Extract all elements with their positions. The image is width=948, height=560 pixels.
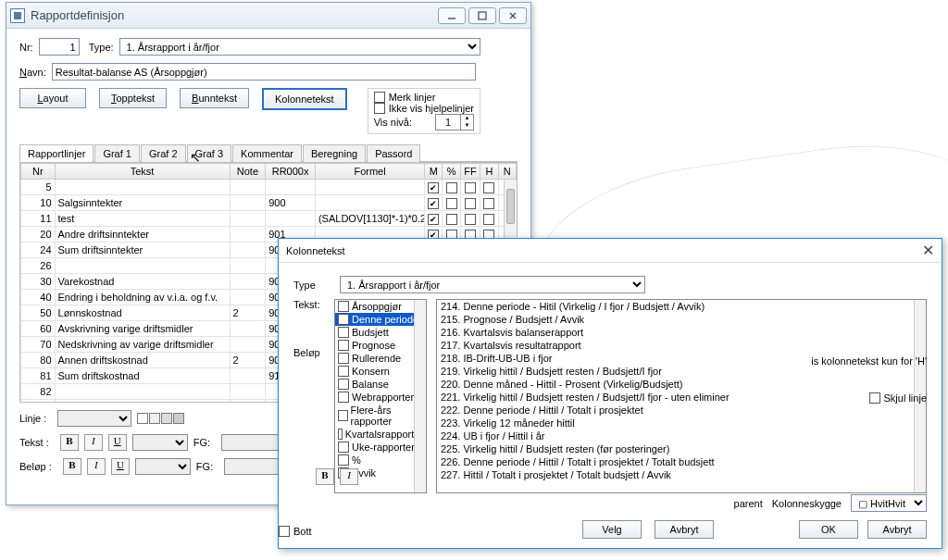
- close-button[interactable]: [499, 7, 527, 24]
- linje-palette[interactable]: [137, 413, 184, 424]
- navn-input[interactable]: [52, 63, 476, 81]
- tab-graf3[interactable]: Graf 3: [187, 144, 232, 162]
- list-item[interactable]: 226. Denne periode / Hittil / Totalt i p…: [437, 455, 926, 468]
- list-item[interactable]: 217. Kvartalsvis resultatrapport: [437, 339, 926, 352]
- cell-p-checkbox[interactable]: [446, 214, 457, 225]
- nr-input[interactable]: [39, 38, 80, 56]
- col-%[interactable]: %: [443, 164, 460, 180]
- tekst-size[interactable]: [132, 434, 188, 451]
- merk-linjer-checkbox[interactable]: [374, 92, 385, 103]
- tab-passord[interactable]: Passord: [367, 144, 420, 162]
- dlg-type-select[interactable]: 1. Årsrapport i år/fjor: [340, 276, 645, 293]
- list-checkbox[interactable]: [338, 340, 349, 351]
- avbryt-button[interactable]: Avbryt: [867, 520, 927, 539]
- kolonnetekst-button[interactable]: Kolonnetekst: [262, 88, 347, 110]
- cell-m-checkbox[interactable]: [428, 182, 439, 193]
- velg-button[interactable]: Velg: [582, 520, 642, 539]
- underline-button-3[interactable]: U: [111, 458, 130, 475]
- skjul-checkbox[interactable]: [869, 392, 880, 404]
- list-item[interactable]: Denne periode: [335, 313, 426, 326]
- cell-h-checkbox[interactable]: [483, 214, 494, 225]
- tab-rapportlinjer[interactable]: Rapportlinjer: [19, 144, 94, 162]
- list-item[interactable]: Kvartalsrapporter: [335, 428, 426, 441]
- list-item[interactable]: Prognose: [335, 339, 426, 352]
- cell-p-checkbox[interactable]: [446, 182, 457, 193]
- list-checkbox[interactable]: [338, 327, 349, 338]
- list-item[interactable]: 219. Virkelig hittil / Budsjett resten /…: [437, 365, 926, 378]
- italic-button-3[interactable]: I: [87, 458, 106, 475]
- list-checkbox[interactable]: [338, 366, 349, 377]
- list-item[interactable]: 220. Denne måned - Hittil - Prosent (Vir…: [437, 378, 926, 391]
- cell-ff-checkbox[interactable]: [465, 198, 476, 209]
- col-rr000x[interactable]: RR000x: [266, 164, 316, 180]
- table-row[interactable]: 51: [21, 180, 517, 195]
- bunntekst-button[interactable]: Bunntekst: [180, 88, 249, 108]
- layout-button[interactable]: Layout: [19, 88, 86, 108]
- listbox-scrollbar[interactable]: [414, 300, 426, 492]
- list-checkbox[interactable]: [338, 379, 349, 390]
- table-row[interactable]: 11test(SALDOV[1130]*-1)*0.21: [21, 211, 517, 227]
- col-n[interactable]: N: [498, 164, 516, 180]
- linje-select[interactable]: [57, 410, 131, 427]
- list-checkbox[interactable]: [338, 429, 343, 440]
- list-item[interactable]: Rullerende: [335, 352, 426, 365]
- col-ff[interactable]: FF: [460, 164, 480, 180]
- list-item[interactable]: %: [335, 454, 426, 467]
- ok-button[interactable]: OK: [799, 520, 858, 539]
- list-item[interactable]: 215. Prognose / Budsjett / Avvik: [437, 313, 926, 326]
- dlg-bold[interactable]: B: [316, 468, 334, 485]
- ikke-vis-checkbox[interactable]: [374, 103, 385, 114]
- list-item[interactable]: 222. Denne periode / Hittil / Totalt i p…: [437, 404, 926, 417]
- list-item[interactable]: Konsern: [335, 365, 426, 378]
- col-nr[interactable]: Nr: [21, 164, 56, 180]
- list-item[interactable]: Budsjett: [335, 326, 426, 339]
- list-checkbox[interactable]: [338, 392, 349, 403]
- italic-button[interactable]: I: [84, 434, 103, 451]
- dialog-close-icon[interactable]: ✕: [922, 242, 934, 259]
- bott-checkbox[interactable]: [279, 526, 290, 537]
- tab-kommentar[interactable]: Kommentar: [232, 144, 302, 162]
- list-item[interactable]: 221. Virkelig hittil / Budsjett resten /…: [437, 391, 926, 404]
- col-note[interactable]: Note: [230, 164, 266, 180]
- list-checkbox[interactable]: [338, 301, 349, 312]
- kolonneskygge-select[interactable]: ▢ HvitHvit: [851, 494, 927, 512]
- underline-button[interactable]: U: [108, 434, 127, 451]
- type-select[interactable]: 1. Årsrapport i år/fjor: [119, 38, 480, 56]
- col-h[interactable]: H: [480, 164, 498, 180]
- cell-ff-checkbox[interactable]: [465, 182, 476, 193]
- cell-ff-checkbox[interactable]: [465, 214, 476, 225]
- list-checkbox[interactable]: [338, 442, 349, 453]
- list-item[interactable]: Flere-års rapporter: [335, 404, 426, 428]
- cell-h-checkbox[interactable]: [483, 198, 494, 209]
- minimize-button[interactable]: [438, 7, 466, 24]
- cell-p-checkbox[interactable]: [446, 198, 457, 209]
- avbryt-button-mid[interactable]: Avbryt: [655, 520, 714, 539]
- list-checkbox[interactable]: [338, 353, 349, 364]
- cell-m-checkbox[interactable]: [428, 198, 439, 209]
- belop-size[interactable]: [135, 458, 191, 475]
- cell-h-checkbox[interactable]: [483, 182, 494, 193]
- col-m[interactable]: M: [425, 164, 443, 180]
- bold-button-3[interactable]: B: [63, 458, 81, 475]
- dlg-italic[interactable]: I: [340, 468, 358, 485]
- category-listbox[interactable]: ÅrsoppgjørDenne periodeBudsjettPrognoseR…: [334, 299, 427, 493]
- maximize-button[interactable]: [468, 7, 496, 24]
- list-item[interactable]: Uke-rapporter: [335, 441, 426, 454]
- list-item[interactable]: 223. Virkelig 12 måneder hittil: [437, 417, 926, 429]
- list-checkbox[interactable]: [338, 454, 349, 466]
- list-item[interactable]: Årsoppgjør: [335, 300, 426, 313]
- list-item[interactable]: 224. UB i fjor / Hittil i år: [437, 429, 926, 442]
- tab-graf2[interactable]: Graf 2: [141, 144, 186, 162]
- table-row[interactable]: 10Salgsinntekter9001: [21, 195, 517, 211]
- list-item[interactable]: 216. Kvartalsvis balanserapport: [437, 326, 926, 339]
- list-item[interactable]: Webrapporter: [335, 391, 426, 404]
- list-item[interactable]: Balanse: [335, 378, 426, 391]
- col-tekst[interactable]: Tekst: [55, 164, 230, 180]
- bold-button[interactable]: B: [60, 434, 79, 451]
- report-listbox[interactable]: 214. Denne periode - Hitil (Virkelig / I…: [436, 299, 927, 493]
- col-formel[interactable]: Formel: [315, 164, 424, 180]
- tab-beregning[interactable]: Beregning: [303, 144, 366, 162]
- list-item[interactable]: 214. Denne periode - Hitil (Virkelig / I…: [437, 300, 926, 313]
- cell-m-checkbox[interactable]: [428, 214, 439, 225]
- list-checkbox[interactable]: [338, 314, 349, 325]
